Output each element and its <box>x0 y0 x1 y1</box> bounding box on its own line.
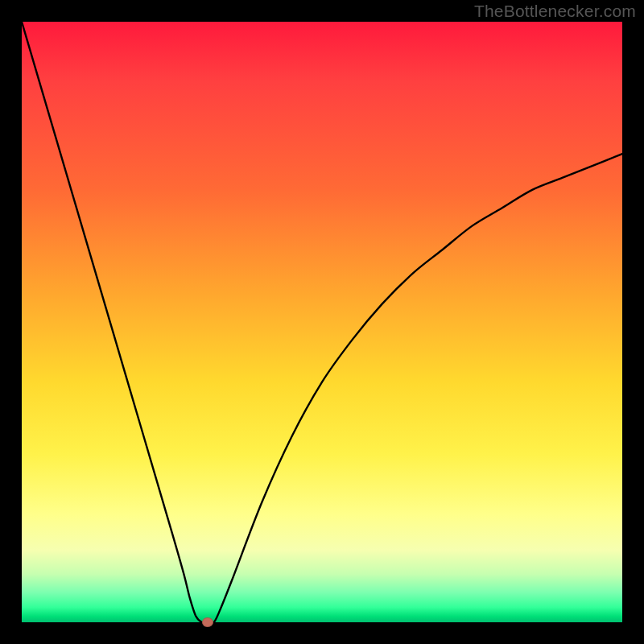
watermark-text: TheBottlenecker.com <box>474 2 636 21</box>
plot-area <box>22 22 622 622</box>
bottleneck-curve <box>22 22 622 622</box>
chart-container: TheBottlenecker.com <box>0 0 644 644</box>
optimum-marker <box>202 617 213 627</box>
